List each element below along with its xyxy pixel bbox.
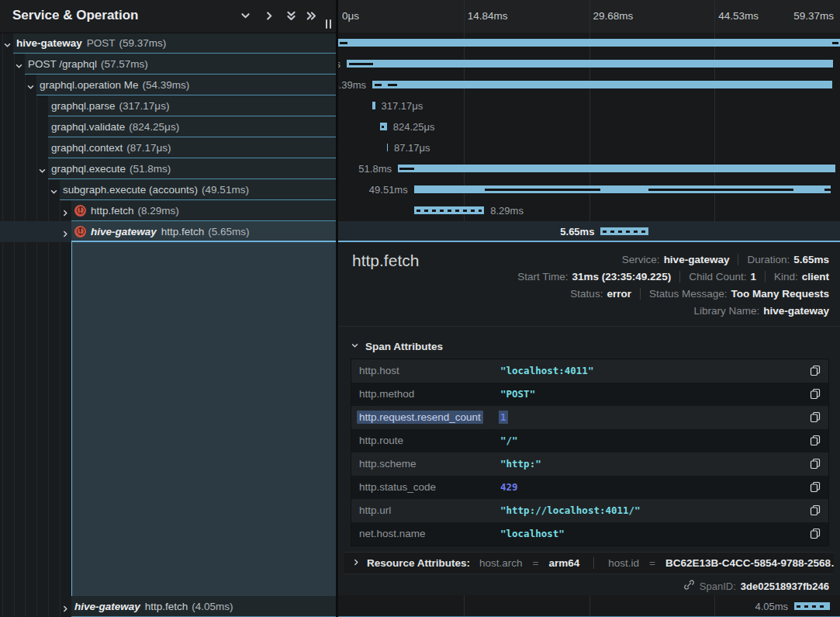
meta-separator [640, 288, 641, 300]
meta-label: Service: [622, 254, 660, 265]
operation-name: graphql.validate [51, 121, 125, 133]
span-row[interactable]: hive-gatewayPOST(59.37ms) [0, 33, 840, 54]
attribute-row[interactable]: http.url"http://localhost:4011/" [351, 499, 828, 522]
resource-attributes-toggle[interactable]: Resource Attributes:host.arch=arm64host.… [344, 552, 834, 574]
span-row-selected[interactable]: hive-gatewayhttp.fetch(5.65ms)5.65ms [0, 221, 840, 242]
span-duration-label: 5.65ms [560, 226, 594, 237]
span-duration-label: 57.57ms [338, 58, 340, 70]
span-duration-label: 87.17μs [394, 142, 430, 154]
span-attributes-toggle[interactable]: Span Attributes [351, 341, 443, 352]
equals-sign: = [649, 557, 655, 569]
span-row[interactable]: POST /graphql(57.57ms)57.57ms [0, 54, 840, 75]
span-row[interactable]: subgraph.execute (accounts)(49.51ms)49.5… [0, 179, 840, 200]
copy-icon[interactable] [810, 388, 821, 400]
child-span-marker [388, 84, 397, 86]
span-bar[interactable] [387, 144, 388, 151]
meta-label: Start Time: [517, 271, 568, 283]
span-duration: (54.39ms) [143, 79, 190, 91]
span-duration: (5.65ms) [208, 226, 249, 237]
attribute-value: 429 [500, 481, 518, 493]
resource-key: host.id [608, 557, 639, 569]
service-name: hive-gateway [16, 37, 82, 49]
expand-all-icon[interactable] [306, 10, 318, 23]
link-icon[interactable] [683, 579, 695, 593]
chevron-right-icon[interactable] [61, 206, 70, 215]
panel-divider[interactable] [336, 0, 338, 617]
span-row[interactable]: graphql.validate(824.25μs)824.25μs [0, 116, 840, 137]
span-tree: hive-gatewayPOST(59.37ms)POST /graphql(5… [0, 33, 840, 242]
attribute-row[interactable]: http.route"/" [351, 429, 828, 452]
detail-span-title: http.fetch [352, 251, 419, 270]
operation-name: POST /graphql [28, 58, 97, 70]
copy-icon[interactable] [810, 481, 821, 494]
copy-icon[interactable] [810, 504, 821, 517]
resource-value: BC62E13B-C4CC-5854-9788-2568… [665, 557, 834, 569]
chevron-right-icon[interactable] [61, 227, 70, 236]
resource-separator [593, 557, 594, 569]
span-label: graphql.execute(51.8ms) [48, 158, 336, 179]
operation-name: POST [87, 37, 116, 49]
attribute-row[interactable]: http.scheme"http:" [351, 452, 828, 476]
meta-label: Status Message: [649, 288, 728, 300]
copy-icon[interactable] [810, 411, 821, 424]
trace-viewer: hive-gatewayPOST(59.37ms)POST /graphql(5… [0, 0, 840, 617]
copy-icon[interactable] [810, 458, 821, 470]
attribute-row[interactable]: http.status_code429 [351, 476, 828, 499]
span-bar[interactable] [372, 102, 375, 109]
span-label: hive-gatewayPOST(59.37ms) [13, 33, 336, 54]
chevron-right-icon[interactable] [61, 602, 70, 611]
span-duration-label: 824.25μs [393, 121, 435, 133]
copy-icon[interactable] [810, 435, 821, 447]
span-bar[interactable] [398, 165, 835, 172]
span-bar[interactable] [372, 81, 832, 88]
timeline-row: 87.17μs [338, 137, 840, 158]
span-duration: (59.37ms) [119, 37, 167, 49]
span-detail-panel: http.fetch Service:hive-gatewayDuration:… [338, 242, 840, 595]
chevron-down-icon[interactable] [26, 81, 35, 89]
span-row[interactable]: graphql.execute(51.8ms)51.8ms [0, 158, 840, 179]
span-row[interactable]: graphql.parse(317.17μs)317.17μs [0, 95, 840, 116]
span-label: POST /graphql(57.57ms) [25, 54, 336, 75]
expand-one-level-icon[interactable] [264, 10, 276, 23]
timeline-tick: 59.37ms [793, 10, 834, 22]
attribute-row[interactable]: http.host"localhost:4011" [351, 359, 828, 383]
panel-title: Service & Operation [12, 8, 139, 23]
span-bar[interactable] [794, 602, 830, 610]
chevron-down-icon[interactable] [15, 60, 23, 68]
collapse-all-icon[interactable] [285, 10, 298, 23]
attribute-row[interactable]: http.request.resend_count1 [351, 406, 828, 429]
span-label: graphql.operation Me(54.39ms) [36, 75, 336, 95]
span-bar[interactable] [600, 227, 648, 235]
attribute-value: "localhost:4011" [500, 365, 593, 376]
meta-value: client [802, 271, 829, 283]
span-label: http.fetch(8.29ms) [71, 200, 336, 221]
span-duration: (8.29ms) [138, 205, 179, 217]
attribute-row[interactable]: http.method"POST" [351, 383, 828, 406]
chevron-down-icon[interactable] [3, 39, 12, 47]
span-bar[interactable] [338, 39, 840, 47]
child-span-marker [485, 189, 600, 191]
copy-icon[interactable] [810, 365, 821, 377]
span-duration-label: 54.39ms [338, 79, 366, 91]
chevron-down-icon[interactable] [38, 165, 47, 173]
panel-resize-handle[interactable] [326, 19, 334, 29]
resource-value: arm64 [548, 557, 579, 569]
copy-icon[interactable] [810, 528, 821, 540]
timeline-row: 57.57ms [338, 54, 840, 75]
span-duration-label: 8.29ms [490, 205, 524, 217]
chevron-down-icon[interactable] [50, 185, 58, 194]
span-row[interactable]: http.fetch(8.29ms)8.29ms [0, 200, 840, 221]
child-span-marker [648, 189, 793, 191]
attribute-key: http.host [359, 365, 399, 376]
span-row[interactable]: hive-gatewayhttp.fetch(4.05ms)4.05ms [0, 596, 840, 617]
span-bar[interactable] [414, 206, 485, 214]
operation-name: graphql.execute [51, 163, 126, 175]
span-row[interactable]: graphql.operation Me(54.39ms)54.39ms [0, 75, 840, 95]
span-bar[interactable] [347, 60, 833, 68]
attribute-row[interactable]: net.host.name"localhost" [351, 522, 828, 546]
timeline-tick: 29.68ms [593, 10, 634, 22]
collapse-one-level-icon[interactable] [240, 10, 252, 23]
span-row[interactable]: graphql.context(87.17μs)87.17μs [0, 137, 840, 158]
timeline-row: 5.65ms [338, 221, 840, 242]
tree-panel-header: Service & Operation [0, 0, 336, 33]
